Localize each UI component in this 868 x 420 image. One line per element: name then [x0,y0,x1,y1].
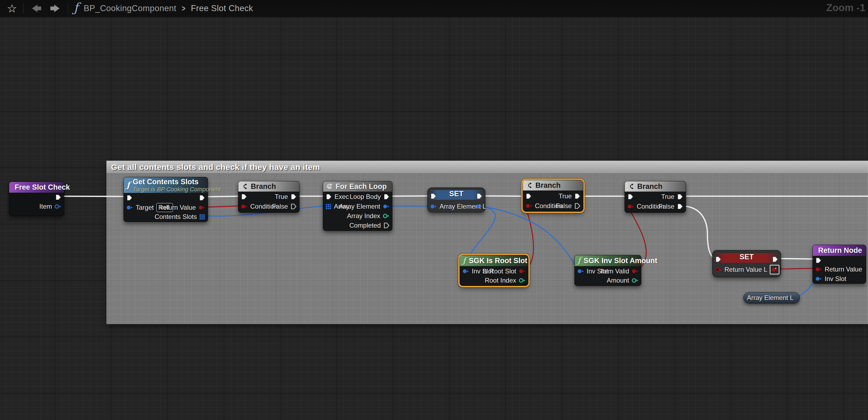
exec-pin-icon [715,256,721,263]
wire-object-arrayelement-to-set1[interactable] [389,206,431,206]
array-pin-icon [326,204,332,209]
branch-icon [241,183,248,190]
exec-pin-icon [772,256,778,263]
node-branch-2[interactable]: Branch Condition True False [523,180,583,212]
return-value-in-pin[interactable]: Return Value [815,265,862,273]
exec-in-pin[interactable] [126,194,133,202]
node-title: SGK Inv Slot Amount [584,257,657,265]
breadcrumb-current[interactable]: Free Slot Check [191,3,253,13]
node-title: SGK Is Root Slot [469,257,527,265]
node-get-array-element[interactable]: Array Element L [743,292,800,303]
value-out-pin[interactable] [771,266,778,274]
bool-pin-icon [525,203,532,209]
exec-pin-icon [383,222,390,229]
exec-pin-icon [199,194,205,201]
breadcrumb-parent[interactable]: BP_CookingComponent [84,3,176,13]
object-pin-icon [126,204,133,211]
pure-function-icon: ƒ [463,257,466,265]
object-pin-icon [475,203,483,210]
exec-out-pin[interactable] [476,192,483,200]
wire-exec-set1-to-branch2[interactable] [482,196,526,196]
root-index-out-pin[interactable]: Root Index [485,276,526,284]
node-subtitle: Target is BP Cooking Component [133,186,221,193]
node-free-slot-check[interactable]: Free Slot Check Item [9,182,64,216]
int-pin-icon [631,277,639,284]
exec-in-pin[interactable] [627,193,634,201]
wire-exec-entry-to-getcontents[interactable] [60,196,127,197]
back-arrow-icon[interactable] [27,3,46,14]
completed-out-pin[interactable]: Completed [349,221,390,230]
true-out-pin[interactable]: True [275,193,297,201]
node-return[interactable]: Return Node Return Value Inv Slot [812,245,866,284]
exec-in-pin[interactable] [715,255,721,263]
array-index-out-pin[interactable]: Array Index [347,212,390,220]
exec-in-pin[interactable] [430,192,437,200]
true-out-pin[interactable]: True [559,192,581,200]
node-sgk-inv-slot-amount[interactable]: ƒ SGK Inv Slot Amount Inv Slot Item Vali… [575,255,641,286]
node-for-each-loop[interactable]: For Each Loop Exec Array Loop Body Array… [323,181,393,231]
int-pin-icon [519,277,526,284]
wire-exec-loopbody-to-set1[interactable] [389,196,431,196]
value-in-pin[interactable]: Return Value L ✓ [715,266,779,274]
wire-exec-set2-to-return[interactable] [778,259,816,259]
return-value-out-pin[interactable]: Return Value [158,204,205,212]
blueprint-graph-canvas[interactable]: Get all contents slots and check if they… [0,0,868,420]
exec-in-pin[interactable]: Exec [326,193,349,201]
toolbar-divider [23,3,24,14]
exec-out-pin[interactable] [55,193,61,201]
function-icon: ƒ [126,181,130,189]
contents-slots-out-pin[interactable]: Contents Slots [155,213,205,221]
item-valid-out-pin[interactable]: Item Valid [601,267,639,275]
node-branch-1[interactable]: Branch Condition True False [238,181,300,213]
exec-pin-icon [476,193,483,200]
exec-in-pin[interactable] [525,192,532,200]
wire-bool-set2-to-return[interactable] [778,268,816,269]
node-sgk-is-root-slot[interactable]: ƒ SGK Is Root Slot Inv Slot Is Root Slot… [460,255,528,286]
node-title: Free Slot Check [14,183,70,191]
favorite-star-icon[interactable]: ☆ [4,2,20,15]
false-out-pin[interactable]: False [556,202,581,210]
branch-icon [627,183,634,190]
bool-pin-icon [627,203,634,210]
wire-exec-getcontents-to-branch1[interactable] [204,196,241,197]
wire-bool-returnvalue-to-branch1[interactable] [204,206,241,207]
exec-pin-icon [55,194,61,201]
false-out-pin[interactable]: False [658,202,683,211]
false-out-pin[interactable]: False [272,202,297,211]
toolbar-divider [68,3,68,14]
exec-pin-icon [126,194,133,201]
loop-body-out-pin[interactable]: Loop Body [350,193,390,201]
exec-pin-icon [574,193,581,200]
exec-pin-icon [627,193,634,200]
node-title: Branch [535,181,561,190]
exec-pin-icon [815,257,822,264]
breadcrumb-chevron-icon: > [182,4,185,13]
exec-pin-icon [574,203,581,209]
inv-slot-in-pin[interactable]: Inv Slot [815,275,846,283]
amount-out-pin[interactable]: Amount [607,276,639,284]
array-pin-icon [199,214,205,220]
exec-pin-icon [525,193,532,200]
exec-out-pin[interactable] [772,255,778,263]
wire-exec-branch3false-to-set2[interactable] [682,206,715,259]
array-element-out-pin[interactable]: Array Element [339,202,390,211]
forward-arrow-icon[interactable] [46,3,65,14]
node-title: Return Node [818,246,862,255]
node-set-return-value[interactable]: SET Return Value L ✓ [712,250,781,277]
exec-out-pin[interactable] [199,194,205,202]
exec-pin-icon [430,193,437,200]
true-out-pin[interactable]: True [661,193,683,201]
node-branch-3[interactable]: Branch Condition True False [624,181,686,213]
node-title: For Each Loop [336,182,387,191]
item-out-pin[interactable]: Item [39,202,61,211]
bool-pin-icon [631,268,639,274]
branch-icon [526,182,533,189]
node-set-array-element[interactable]: SET Array Element L [427,187,485,212]
is-root-slot-out-pin[interactable]: Is Root Slot [483,267,526,275]
node-get-contents-slots[interactable]: ƒ Get Contents Slots Target is BP Cookin… [124,177,208,222]
value-out-pin[interactable] [475,202,483,211]
exec-pin-icon [677,203,683,210]
bool-pin-icon [241,203,248,210]
exec-in-pin[interactable] [241,193,247,201]
exec-in-pin[interactable] [815,256,822,265]
